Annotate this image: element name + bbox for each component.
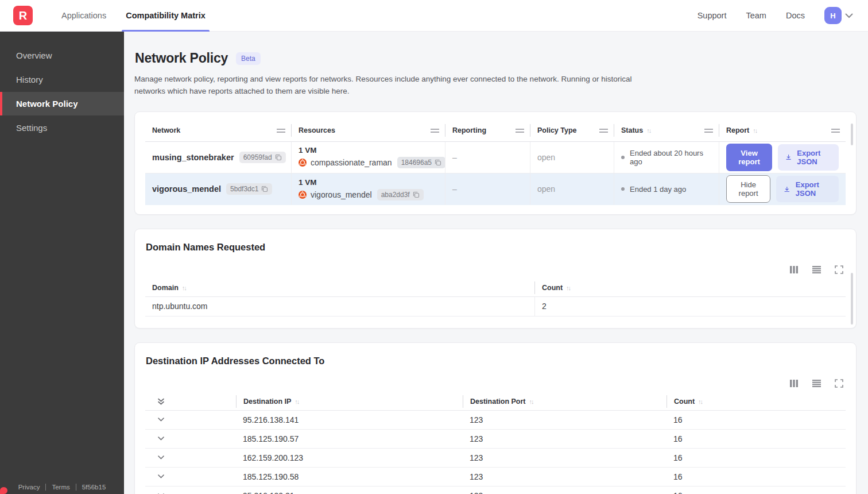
chevron-down-icon <box>845 13 853 18</box>
page-description: Manage network policy, reporting and vie… <box>134 74 651 98</box>
destination-port-cell: 123 <box>463 449 666 467</box>
destination-ips-card: Destination IP Addresses Connected To <box>134 342 857 494</box>
card-title: Domain Names Requested <box>145 238 846 253</box>
terms-link[interactable]: Terms <box>52 484 69 491</box>
user-menu[interactable]: H <box>824 7 853 24</box>
row-expand-icon[interactable] <box>152 455 165 460</box>
col-destination-port: Destination Port ↑↓ <box>463 395 666 408</box>
ubuntu-icon <box>299 191 307 199</box>
column-resize-handle[interactable] <box>431 129 439 133</box>
main-content: Network Policy Beta Manage network polic… <box>124 32 868 494</box>
network-id-badge: 60959fad <box>239 152 286 163</box>
table-toolbar <box>145 379 843 388</box>
sidebar-footer: Privacy Terms 5f56b15 <box>0 484 124 491</box>
col-resources: Resources <box>291 124 445 137</box>
nav-applications[interactable]: Applications <box>52 0 116 32</box>
network-id-badge: 5bdf3dc1 <box>226 183 272 195</box>
row-expand-icon[interactable] <box>152 417 165 422</box>
sidebar: Overview History Network Policy Settings… <box>0 32 124 494</box>
col-destination-ip: Destination IP ↑↓ <box>236 395 463 408</box>
expand-icon[interactable] <box>835 265 843 274</box>
destination-ip-cell: 162.159.200.123 <box>236 449 463 467</box>
col-report: Report ↑↓ <box>719 124 846 137</box>
column-resize-handle[interactable] <box>831 129 840 133</box>
status-dot <box>621 187 625 191</box>
columns-icon[interactable] <box>789 379 799 388</box>
count-cell: 16 <box>666 411 846 429</box>
top-navigation: Applications Compatibility Matrix <box>52 0 215 32</box>
col-count: Count ↑↓ <box>666 395 846 408</box>
col-network: Network <box>145 124 291 137</box>
copy-icon[interactable] <box>261 186 268 192</box>
avatar[interactable]: H <box>824 7 842 24</box>
sort-icon[interactable]: ↑↓ <box>529 398 534 405</box>
rows-icon[interactable] <box>812 265 822 274</box>
link-team[interactable]: Team <box>746 11 766 20</box>
beta-badge: Beta <box>236 52 261 65</box>
sort-icon[interactable]: ↑↓ <box>294 398 300 405</box>
report-cell: View report Export JSON <box>719 142 846 173</box>
destination-port-cell: 123 <box>463 468 666 486</box>
privacy-link[interactable]: Privacy <box>18 484 40 491</box>
destination-row: 185.125.190.58 123 16 <box>145 468 846 487</box>
status-dot <box>621 156 625 159</box>
column-resize-handle[interactable] <box>704 129 713 133</box>
page-title: Network Policy <box>135 51 228 66</box>
export-json-button[interactable]: Export JSON <box>776 176 839 202</box>
network-name-cell: musing_stonebraker 60959fad <box>145 142 291 173</box>
expand-all-icon[interactable] <box>152 397 165 406</box>
column-resize-handle[interactable] <box>277 129 285 133</box>
sidebar-item-overview[interactable]: Overview <box>0 44 124 67</box>
sort-icon[interactable]: ↑↓ <box>566 284 571 291</box>
topbar-right: Support Team Docs H <box>698 7 868 24</box>
hide-report-button[interactable]: Hide report <box>726 175 770 203</box>
row-expand-icon[interactable] <box>152 474 165 479</box>
network-table: Network Resources Reporting Policy Type <box>145 120 846 205</box>
copy-icon[interactable] <box>413 191 420 198</box>
copy-icon[interactable] <box>275 154 282 161</box>
table-scrollbar[interactable] <box>851 124 853 145</box>
link-docs[interactable]: Docs <box>786 11 805 20</box>
domains-table-header: Domain ↑↓ Count ↑↓ <box>145 280 846 297</box>
sidebar-item-settings[interactable]: Settings <box>0 116 124 140</box>
destination-ip-cell: 185.125.190.58 <box>236 468 463 486</box>
destination-row: 185.125.190.57 123 16 <box>145 430 846 449</box>
sort-icon[interactable]: ↑↓ <box>646 127 652 134</box>
sort-icon[interactable]: ↑↓ <box>698 398 703 405</box>
count-cell: 16 <box>666 430 846 448</box>
table-scrollbar[interactable] <box>851 273 853 325</box>
chat-launcher[interactable] <box>0 487 7 494</box>
expand-icon[interactable] <box>835 379 843 388</box>
column-resize-handle[interactable] <box>599 129 608 133</box>
copy-icon[interactable] <box>435 159 441 166</box>
col-reporting: Reporting <box>445 124 530 137</box>
destination-row: 95.216.138.141 123 16 <box>145 411 846 430</box>
resource-id-badge: aba2dd3f <box>377 189 424 200</box>
col-domain: Domain ↑↓ <box>145 281 534 294</box>
resource-id-badge: 184696a5 <box>397 157 445 168</box>
destinations-table-header: Destination IP ↑↓ Destination Port ↑↓ Co… <box>145 393 846 411</box>
download-icon <box>785 153 792 161</box>
reporting-cell: – <box>445 173 530 205</box>
status-cell: Ended about 20 hours ago <box>614 142 719 173</box>
link-support[interactable]: Support <box>698 11 727 20</box>
sidebar-item-network-policy[interactable]: Network Policy <box>0 92 124 115</box>
rows-icon[interactable] <box>812 379 822 388</box>
columns-icon[interactable] <box>789 265 799 274</box>
app-logo[interactable]: R <box>13 6 33 25</box>
nav-compatibility-matrix[interactable]: Compatibility Matrix <box>116 0 215 32</box>
domains-table: Domain ↑↓ Count ↑↓ ntp.ubuntu.com 2 <box>145 280 846 317</box>
ubuntu-icon <box>299 159 307 167</box>
sort-icon[interactable]: ↑↓ <box>753 127 758 134</box>
sort-icon[interactable]: ↑↓ <box>182 284 187 291</box>
view-report-button[interactable]: View report <box>726 144 772 171</box>
count-cell: 16 <box>666 449 846 467</box>
sidebar-item-history[interactable]: History <box>0 68 124 91</box>
row-expand-icon[interactable] <box>152 436 165 441</box>
domain-cell: ntp.ubuntu.com <box>145 297 534 316</box>
download-icon <box>784 185 790 194</box>
export-json-button[interactable]: Export JSON <box>778 144 839 171</box>
table-toolbar <box>145 265 843 274</box>
column-resize-handle[interactable] <box>516 129 524 133</box>
destination-ip-cell: 95.216.100.21 <box>236 487 463 494</box>
